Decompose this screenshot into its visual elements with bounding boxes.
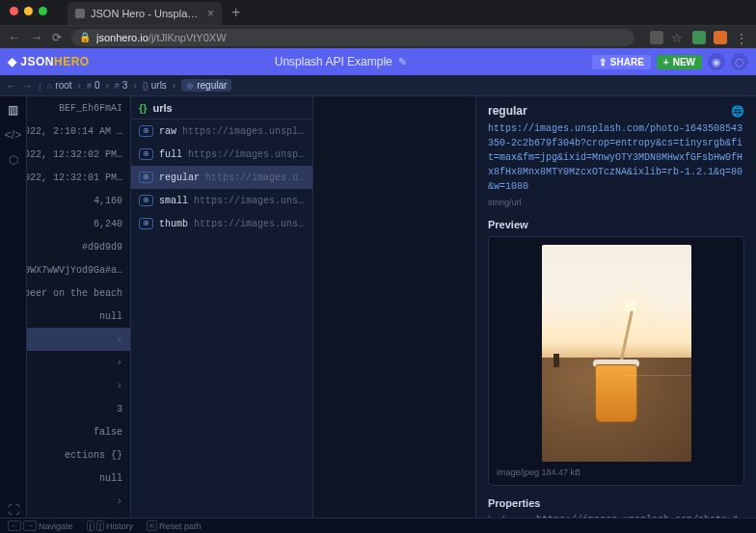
property-row[interactable]: ⊕regular https://images.unsplash.com… <box>131 166 312 189</box>
property-key: raw <box>159 126 176 137</box>
crumb-type-icon: ⌂ <box>47 81 52 91</box>
ancestor-row[interactable]: 4,160 <box>27 189 130 212</box>
globe-icon[interactable]: 🌐 <box>731 105 744 118</box>
detail-value[interactable]: https://images.unsplash.com/photo-164350… <box>488 121 744 194</box>
share-arrow-icon: ⇪ <box>599 57 607 67</box>
discord-button[interactable]: ◉ <box>708 53 725 70</box>
ancestor-row[interactable]: false <box>27 420 130 443</box>
ancestor-row[interactable]: › <box>27 490 130 513</box>
ancestor-row[interactable]: 0, 2022, 2:10:14 AM … <box>27 120 130 143</box>
chevron-right-icon: › <box>173 80 176 91</box>
extensions: ☆ ⋮ <box>650 31 748 44</box>
url-type-icon: ⊕ <box>139 172 153 183</box>
ancestor-row[interactable]: BEF_Eh6FmAI <box>27 96 130 120</box>
ancestor-row[interactable]: null <box>27 466 130 490</box>
ancestor-row[interactable]: 3 <box>27 397 130 420</box>
edit-icon[interactable]: ✎ <box>398 56 407 68</box>
menu-icon[interactable]: ⋮ <box>735 31 748 44</box>
view-rail: ▥ </> ⬡ ⛶ <box>0 96 27 518</box>
property-row[interactable]: ⊕raw https://images.unsplash.com/ph… <box>131 120 312 143</box>
ancestor-row[interactable]: › <box>27 374 130 397</box>
favicon-icon <box>75 9 85 18</box>
breadcrumb-item[interactable]: ⊕regular <box>181 79 231 92</box>
ancestor-row[interactable]: › <box>27 328 130 351</box>
crumb-label: 0 <box>94 80 100 91</box>
share-button[interactable]: ⇪ SHARE <box>592 55 651 69</box>
property-row[interactable]: ⊕full https://images.unsplash.com/ph… <box>131 143 312 166</box>
preview-box: image/jpeg 184.47 kB <box>488 236 744 486</box>
reload-button[interactable]: ⟳ <box>52 31 62 44</box>
property-key: small <box>159 196 188 206</box>
new-button[interactable]: + NEW <box>657 55 702 69</box>
property-row[interactable]: ⊕small https://images.unsplash.com/p… <box>131 189 312 212</box>
ancestor-column: BEF_Eh6FmAI0, 2022, 2:10:14 AM …1, 2022,… <box>27 96 131 518</box>
breadcrumbs: ⌂root›#0›#3›{}urls›⊕regular <box>47 79 231 92</box>
forward-button[interactable]: → <box>30 30 42 44</box>
detail-panel: regular 🌐 https://images.unsplash.com/ph… <box>476 96 756 518</box>
ancestor-row[interactable]: ections {} <box>27 443 130 466</box>
ancestor-row[interactable]: null <box>27 305 130 328</box>
address-bar[interactable]: 🔒 jsonhero.io/j/tJlKnpVtY0XW <box>71 29 634 46</box>
property-value: https://images.unsplash.com/ph… <box>188 149 305 160</box>
separator: | <box>39 80 41 92</box>
detail-title-row: regular 🌐 <box>488 104 744 118</box>
logo-diamond-icon: ◆ <box>8 55 17 68</box>
url-bar: ← → ⟳ 🔒 jsonhero.io/j/tJlKnpVtY0XW ☆ ⋮ <box>0 25 756 48</box>
logo[interactable]: ◆ JSONHERO <box>8 55 90 68</box>
ancestor-row[interactable]: old beer on the beach <box>27 281 130 305</box>
ancestor-row[interactable]: FjYN0WX7wWVjYod9Ga#a… <box>27 258 130 281</box>
crumb-type-icon: # <box>87 81 92 91</box>
lock-icon: 🔒 <box>79 32 91 42</box>
github-button[interactable]: ◌ <box>731 53 748 70</box>
close-tab-icon[interactable]: × <box>207 7 214 20</box>
browser-tab[interactable]: JSON Hero - Unsplash API Ex… × <box>68 2 222 25</box>
extension-icon[interactable] <box>692 31 706 44</box>
breadcrumb-item[interactable]: ⌂root <box>47 80 72 91</box>
breadcrumb-item[interactable]: #3 <box>115 80 128 91</box>
zoom-window-icon[interactable] <box>39 7 47 15</box>
crumb-label: 3 <box>122 80 128 91</box>
property-value: https://images.unsplash.com… <box>205 173 305 183</box>
ancestor-row[interactable]: 1, 2022, 12:32:02 PM… <box>27 143 130 166</box>
new-tab-button[interactable]: + <box>231 4 240 21</box>
crumb-type-icon: # <box>115 81 120 91</box>
property-row[interactable]: ⊕thumb https://images.unsplash.com/… <box>131 212 312 235</box>
ancestor-row[interactable]: 6,240 <box>27 212 130 235</box>
document-title[interactable]: Unsplash API Example ✎ <box>97 55 584 68</box>
focus-column: {} urls ⊕raw https://images.unsplash.com… <box>131 96 313 518</box>
code-view-button[interactable]: </> <box>6 127 21 143</box>
breadcrumb-item[interactable]: {}urls <box>143 80 167 91</box>
ancestor-row[interactable]: #d9d9d9 <box>27 235 130 258</box>
property-detail-value[interactable]: https://images.unsplash.com/photo-164350… <box>536 515 744 518</box>
window-controls[interactable] <box>10 7 47 15</box>
chevron-right-icon: › <box>133 80 136 91</box>
close-window-icon[interactable] <box>10 7 18 15</box>
main-content: ▥ </> ⬡ ⛶ BEF_Eh6FmAI0, 2022, 2:10:14 AM… <box>0 96 756 518</box>
property-detail-row: hrefhttps://images.unsplash.com/photo-16… <box>488 515 744 518</box>
ancestor-row[interactable]: › <box>27 351 130 374</box>
back-button[interactable]: ← <box>8 30 20 44</box>
share-icon[interactable] <box>650 31 663 44</box>
breadcrumb-item[interactable]: #0 <box>87 80 100 91</box>
url-type-icon: ⊕ <box>139 148 153 160</box>
url-type-icon: ⊕ <box>139 218 153 229</box>
crumb-back-button[interactable]: ← <box>6 80 16 92</box>
expand-button[interactable]: ⛶ <box>6 502 21 518</box>
property-value: https://images.unsplash.com/p… <box>194 196 305 206</box>
discord-icon: ◉ <box>712 56 721 68</box>
tree-view-button[interactable]: ⬡ <box>6 152 21 168</box>
bookmark-icon[interactable]: ☆ <box>671 31 685 44</box>
app-header: ◆ JSONHERO Unsplash API Example ✎ ⇪ SHAR… <box>0 48 756 75</box>
crumb-label: urls <box>151 80 167 91</box>
chevron-right-icon: › <box>78 80 81 91</box>
ancestor-row[interactable]: 1, 2022, 12:32:01 PM… <box>27 166 130 189</box>
minimize-window-icon[interactable] <box>24 7 33 15</box>
preview-image[interactable] <box>542 245 691 462</box>
property-key: full <box>159 149 182 160</box>
extension-icon[interactable] <box>714 31 727 44</box>
crumb-forward-button[interactable]: → <box>22 80 33 92</box>
column-view-button[interactable]: ▥ <box>6 102 21 118</box>
crumb-label: regular <box>197 80 227 91</box>
share-button-label: SHARE <box>610 57 644 67</box>
chevron-right-icon: › <box>116 380 122 391</box>
